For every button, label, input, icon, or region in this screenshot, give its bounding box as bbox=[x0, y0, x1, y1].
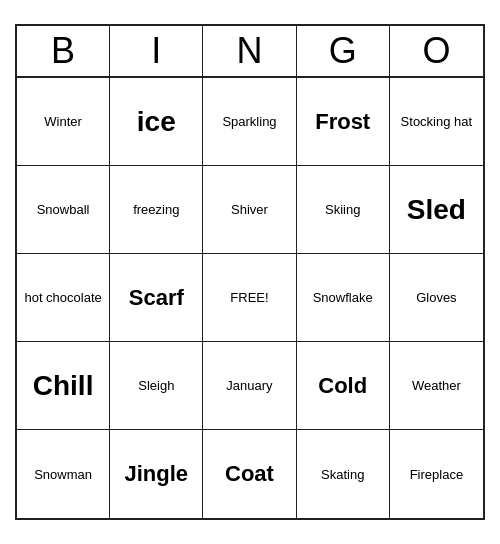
bingo-cell[interactable]: ice bbox=[110, 78, 203, 166]
bingo-cell[interactable]: Frost bbox=[297, 78, 390, 166]
bingo-cell[interactable]: freezing bbox=[110, 166, 203, 254]
bingo-cell[interactable]: hot chocolate bbox=[17, 254, 110, 342]
bingo-header: BINGO bbox=[17, 26, 483, 78]
bingo-cell[interactable]: Sled bbox=[390, 166, 483, 254]
bingo-cell[interactable]: Skating bbox=[297, 430, 390, 518]
bingo-cell[interactable]: Jingle bbox=[110, 430, 203, 518]
bingo-cell[interactable]: Weather bbox=[390, 342, 483, 430]
bingo-cell[interactable]: FREE! bbox=[203, 254, 296, 342]
bingo-grid: WintericeSparklingFrostStocking hatSnowb… bbox=[17, 78, 483, 518]
bingo-card: BINGO WintericeSparklingFrostStocking ha… bbox=[15, 24, 485, 520]
bingo-cell[interactable]: Chill bbox=[17, 342, 110, 430]
bingo-cell[interactable]: Stocking hat bbox=[390, 78, 483, 166]
header-letter: G bbox=[297, 26, 390, 76]
bingo-cell[interactable]: Winter bbox=[17, 78, 110, 166]
bingo-cell[interactable]: Snowman bbox=[17, 430, 110, 518]
bingo-cell[interactable]: Snowflake bbox=[297, 254, 390, 342]
bingo-cell[interactable]: Sparkling bbox=[203, 78, 296, 166]
bingo-cell[interactable]: Skiing bbox=[297, 166, 390, 254]
header-letter: B bbox=[17, 26, 110, 76]
bingo-cell[interactable]: Cold bbox=[297, 342, 390, 430]
bingo-cell[interactable]: Snowball bbox=[17, 166, 110, 254]
header-letter: O bbox=[390, 26, 483, 76]
bingo-cell[interactable]: Gloves bbox=[390, 254, 483, 342]
bingo-cell[interactable]: Shiver bbox=[203, 166, 296, 254]
bingo-cell[interactable]: Sleigh bbox=[110, 342, 203, 430]
header-letter: I bbox=[110, 26, 203, 76]
bingo-cell[interactable]: Fireplace bbox=[390, 430, 483, 518]
header-letter: N bbox=[203, 26, 296, 76]
bingo-cell[interactable]: Coat bbox=[203, 430, 296, 518]
bingo-cell[interactable]: January bbox=[203, 342, 296, 430]
bingo-cell[interactable]: Scarf bbox=[110, 254, 203, 342]
